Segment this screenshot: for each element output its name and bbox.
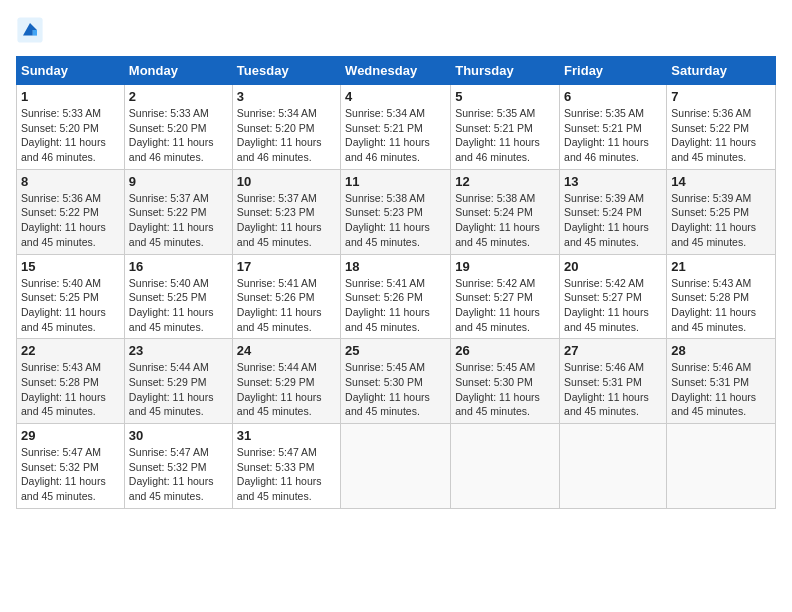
day-number: 17 bbox=[237, 259, 336, 274]
day-info: Sunrise: 5:41 AMSunset: 5:26 PMDaylight:… bbox=[237, 276, 336, 335]
calendar-cell: 6Sunrise: 5:35 AMSunset: 5:21 PMDaylight… bbox=[560, 85, 667, 170]
day-number: 23 bbox=[129, 343, 228, 358]
day-number: 10 bbox=[237, 174, 336, 189]
calendar-cell: 19Sunrise: 5:42 AMSunset: 5:27 PMDayligh… bbox=[451, 254, 560, 339]
calendar-cell: 27Sunrise: 5:46 AMSunset: 5:31 PMDayligh… bbox=[560, 339, 667, 424]
calendar-cell: 12Sunrise: 5:38 AMSunset: 5:24 PMDayligh… bbox=[451, 169, 560, 254]
day-info: Sunrise: 5:43 AMSunset: 5:28 PMDaylight:… bbox=[671, 276, 771, 335]
day-info: Sunrise: 5:45 AMSunset: 5:30 PMDaylight:… bbox=[345, 360, 446, 419]
day-info: Sunrise: 5:33 AMSunset: 5:20 PMDaylight:… bbox=[21, 106, 120, 165]
day-info: Sunrise: 5:43 AMSunset: 5:28 PMDaylight:… bbox=[21, 360, 120, 419]
day-info: Sunrise: 5:35 AMSunset: 5:21 PMDaylight:… bbox=[564, 106, 662, 165]
logo-icon bbox=[16, 16, 44, 44]
day-info: Sunrise: 5:46 AMSunset: 5:31 PMDaylight:… bbox=[564, 360, 662, 419]
calendar-cell: 28Sunrise: 5:46 AMSunset: 5:31 PMDayligh… bbox=[667, 339, 776, 424]
day-number: 16 bbox=[129, 259, 228, 274]
day-info: Sunrise: 5:39 AMSunset: 5:25 PMDaylight:… bbox=[671, 191, 771, 250]
day-info: Sunrise: 5:40 AMSunset: 5:25 PMDaylight:… bbox=[129, 276, 228, 335]
col-monday: Monday bbox=[124, 57, 232, 85]
day-info: Sunrise: 5:44 AMSunset: 5:29 PMDaylight:… bbox=[237, 360, 336, 419]
day-number: 9 bbox=[129, 174, 228, 189]
day-info: Sunrise: 5:34 AMSunset: 5:20 PMDaylight:… bbox=[237, 106, 336, 165]
calendar-cell: 5Sunrise: 5:35 AMSunset: 5:21 PMDaylight… bbox=[451, 85, 560, 170]
calendar-cell: 23Sunrise: 5:44 AMSunset: 5:29 PMDayligh… bbox=[124, 339, 232, 424]
day-number: 27 bbox=[564, 343, 662, 358]
day-info: Sunrise: 5:38 AMSunset: 5:23 PMDaylight:… bbox=[345, 191, 446, 250]
calendar-cell: 25Sunrise: 5:45 AMSunset: 5:30 PMDayligh… bbox=[341, 339, 451, 424]
col-friday: Friday bbox=[560, 57, 667, 85]
day-info: Sunrise: 5:36 AMSunset: 5:22 PMDaylight:… bbox=[21, 191, 120, 250]
day-info: Sunrise: 5:35 AMSunset: 5:21 PMDaylight:… bbox=[455, 106, 555, 165]
day-number: 6 bbox=[564, 89, 662, 104]
day-info: Sunrise: 5:40 AMSunset: 5:25 PMDaylight:… bbox=[21, 276, 120, 335]
day-info: Sunrise: 5:46 AMSunset: 5:31 PMDaylight:… bbox=[671, 360, 771, 419]
calendar-week: 29Sunrise: 5:47 AMSunset: 5:32 PMDayligh… bbox=[17, 424, 776, 509]
calendar-week: 8Sunrise: 5:36 AMSunset: 5:22 PMDaylight… bbox=[17, 169, 776, 254]
svg-marker-2 bbox=[33, 30, 37, 36]
day-number: 24 bbox=[237, 343, 336, 358]
calendar-table: Sunday Monday Tuesday Wednesday Thursday… bbox=[16, 56, 776, 509]
day-info: Sunrise: 5:47 AMSunset: 5:32 PMDaylight:… bbox=[21, 445, 120, 504]
day-number: 8 bbox=[21, 174, 120, 189]
day-number: 15 bbox=[21, 259, 120, 274]
calendar-cell: 31Sunrise: 5:47 AMSunset: 5:33 PMDayligh… bbox=[232, 424, 340, 509]
col-tuesday: Tuesday bbox=[232, 57, 340, 85]
calendar-cell: 7Sunrise: 5:36 AMSunset: 5:22 PMDaylight… bbox=[667, 85, 776, 170]
day-info: Sunrise: 5:47 AMSunset: 5:32 PMDaylight:… bbox=[129, 445, 228, 504]
day-info: Sunrise: 5:45 AMSunset: 5:30 PMDaylight:… bbox=[455, 360, 555, 419]
day-number: 7 bbox=[671, 89, 771, 104]
col-saturday: Saturday bbox=[667, 57, 776, 85]
header bbox=[16, 16, 776, 44]
calendar-cell: 26Sunrise: 5:45 AMSunset: 5:30 PMDayligh… bbox=[451, 339, 560, 424]
calendar-cell: 9Sunrise: 5:37 AMSunset: 5:22 PMDaylight… bbox=[124, 169, 232, 254]
day-number: 11 bbox=[345, 174, 446, 189]
calendar-cell: 2Sunrise: 5:33 AMSunset: 5:20 PMDaylight… bbox=[124, 85, 232, 170]
calendar-cell bbox=[341, 424, 451, 509]
day-info: Sunrise: 5:33 AMSunset: 5:20 PMDaylight:… bbox=[129, 106, 228, 165]
col-thursday: Thursday bbox=[451, 57, 560, 85]
calendar-week: 1Sunrise: 5:33 AMSunset: 5:20 PMDaylight… bbox=[17, 85, 776, 170]
calendar-cell: 20Sunrise: 5:42 AMSunset: 5:27 PMDayligh… bbox=[560, 254, 667, 339]
calendar-cell bbox=[667, 424, 776, 509]
day-number: 4 bbox=[345, 89, 446, 104]
calendar-cell: 18Sunrise: 5:41 AMSunset: 5:26 PMDayligh… bbox=[341, 254, 451, 339]
day-info: Sunrise: 5:47 AMSunset: 5:33 PMDaylight:… bbox=[237, 445, 336, 504]
day-info: Sunrise: 5:44 AMSunset: 5:29 PMDaylight:… bbox=[129, 360, 228, 419]
day-number: 30 bbox=[129, 428, 228, 443]
calendar-cell: 15Sunrise: 5:40 AMSunset: 5:25 PMDayligh… bbox=[17, 254, 125, 339]
header-row: Sunday Monday Tuesday Wednesday Thursday… bbox=[17, 57, 776, 85]
calendar-week: 15Sunrise: 5:40 AMSunset: 5:25 PMDayligh… bbox=[17, 254, 776, 339]
day-info: Sunrise: 5:34 AMSunset: 5:21 PMDaylight:… bbox=[345, 106, 446, 165]
day-info: Sunrise: 5:38 AMSunset: 5:24 PMDaylight:… bbox=[455, 191, 555, 250]
day-number: 1 bbox=[21, 89, 120, 104]
day-number: 18 bbox=[345, 259, 446, 274]
day-number: 13 bbox=[564, 174, 662, 189]
day-number: 3 bbox=[237, 89, 336, 104]
day-info: Sunrise: 5:41 AMSunset: 5:26 PMDaylight:… bbox=[345, 276, 446, 335]
day-number: 25 bbox=[345, 343, 446, 358]
day-number: 19 bbox=[455, 259, 555, 274]
day-number: 21 bbox=[671, 259, 771, 274]
calendar-cell: 8Sunrise: 5:36 AMSunset: 5:22 PMDaylight… bbox=[17, 169, 125, 254]
logo bbox=[16, 16, 48, 44]
calendar-cell: 11Sunrise: 5:38 AMSunset: 5:23 PMDayligh… bbox=[341, 169, 451, 254]
calendar-cell: 24Sunrise: 5:44 AMSunset: 5:29 PMDayligh… bbox=[232, 339, 340, 424]
day-number: 2 bbox=[129, 89, 228, 104]
day-info: Sunrise: 5:36 AMSunset: 5:22 PMDaylight:… bbox=[671, 106, 771, 165]
day-number: 5 bbox=[455, 89, 555, 104]
calendar-cell: 10Sunrise: 5:37 AMSunset: 5:23 PMDayligh… bbox=[232, 169, 340, 254]
calendar-cell bbox=[560, 424, 667, 509]
day-number: 14 bbox=[671, 174, 771, 189]
calendar-cell: 3Sunrise: 5:34 AMSunset: 5:20 PMDaylight… bbox=[232, 85, 340, 170]
calendar-cell: 4Sunrise: 5:34 AMSunset: 5:21 PMDaylight… bbox=[341, 85, 451, 170]
day-info: Sunrise: 5:42 AMSunset: 5:27 PMDaylight:… bbox=[564, 276, 662, 335]
calendar-cell: 17Sunrise: 5:41 AMSunset: 5:26 PMDayligh… bbox=[232, 254, 340, 339]
col-wednesday: Wednesday bbox=[341, 57, 451, 85]
day-info: Sunrise: 5:37 AMSunset: 5:23 PMDaylight:… bbox=[237, 191, 336, 250]
day-number: 28 bbox=[671, 343, 771, 358]
day-number: 26 bbox=[455, 343, 555, 358]
col-sunday: Sunday bbox=[17, 57, 125, 85]
day-info: Sunrise: 5:37 AMSunset: 5:22 PMDaylight:… bbox=[129, 191, 228, 250]
calendar-cell: 1Sunrise: 5:33 AMSunset: 5:20 PMDaylight… bbox=[17, 85, 125, 170]
calendar-cell: 21Sunrise: 5:43 AMSunset: 5:28 PMDayligh… bbox=[667, 254, 776, 339]
